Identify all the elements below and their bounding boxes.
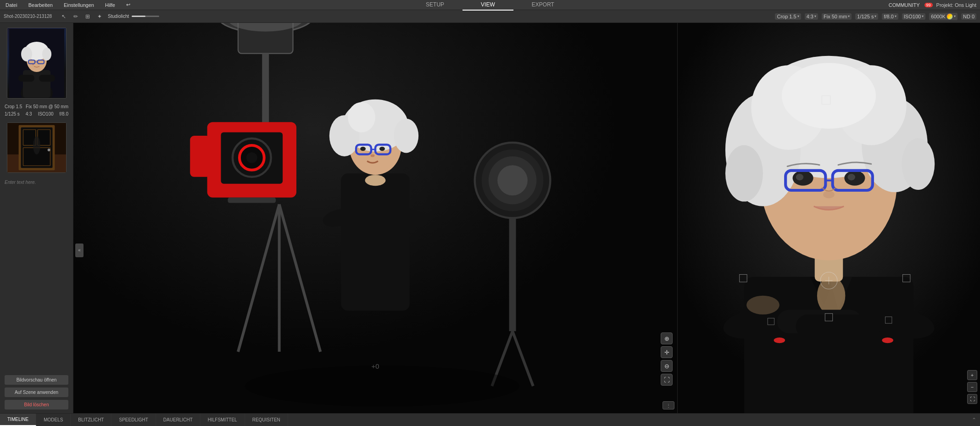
aperture-dropdown[interactable]: f/8.0 ▾ [882, 13, 898, 20]
svg-rect-3 [18, 75, 34, 82]
svg-rect-70 [796, 315, 881, 338]
nd-dropdown[interactable]: ND 0 [961, 13, 976, 20]
tab-setup[interactable]: SETUP [407, 0, 462, 11]
undo-button[interactable]: ↩ [124, 1, 132, 9]
main-thumbnail[interactable] [7, 28, 67, 99]
project-title: Projekt: Ons Light [936, 2, 976, 8]
left-buttons: Bildvorschau öffnen Auf Szene anwenden B… [0, 371, 73, 413]
grid-tool[interactable]: ⊞ [83, 12, 92, 21]
toolbar-left: Shot-20230210-213128 ↖ ✏ ⊞ ✦ Studiolicht [4, 12, 242, 21]
shot-name: Shot-20230210-213128 [4, 14, 52, 19]
collapse-left-button[interactable]: « [75, 243, 84, 257]
more-options-button[interactable]: ⋮ [663, 401, 674, 409]
svg-rect-53 [509, 194, 516, 331]
svg-rect-26 [262, 54, 269, 136]
svg-rect-29 [190, 136, 211, 177]
tab-requisiten[interactable]: REQUISITEN [245, 414, 288, 426]
move-control[interactable]: ✛ [661, 346, 673, 358]
svg-point-43 [342, 100, 408, 152]
svg-point-81 [902, 138, 935, 190]
ratio-dropdown[interactable]: 4:3 ▾ [805, 13, 818, 20]
svg-point-33 [246, 152, 257, 163]
svg-point-44 [329, 115, 360, 156]
svg-point-64 [817, 277, 846, 315]
menu-right: COMMUNITY 99 Projekt: Ons Light [889, 2, 976, 8]
tab-blitzlicht[interactable]: BLITZLICHT [71, 414, 111, 426]
timeline-expand-button[interactable]: ⌃ [968, 417, 980, 423]
text-placeholder[interactable]: Enter text here. [5, 180, 36, 185]
svg-point-52 [371, 154, 375, 157]
nd-label: ND 0 [963, 14, 974, 19]
tab-hilfsmittel[interactable]: HILFSMITTEL [200, 414, 245, 426]
auf-szene-button[interactable]: Auf Szene anwenden [5, 387, 68, 397]
photo-render-svg [678, 23, 980, 413]
svg-point-80 [725, 145, 763, 202]
lens-dropdown[interactable]: Fix 50 mm ▾ [822, 13, 852, 20]
select-tool[interactable]: ↖ [59, 12, 68, 21]
fit-control[interactable]: ⛶ [661, 374, 673, 386]
menu-hilfe[interactable]: Hilfe [103, 1, 117, 9]
kelvin-dropdown[interactable]: 6000K ▾ [929, 13, 958, 20]
zoom-control[interactable]: ⊖ [661, 360, 673, 372]
svg-point-67 [774, 337, 785, 343]
svg-point-60 [245, 365, 519, 407]
svg-point-57 [482, 149, 544, 211]
tab-export[interactable]: EXPORT [513, 0, 573, 11]
svg-point-21 [33, 136, 40, 154]
left-info: Crop 1.5 Fix 50 mm @ 50 mm 1/125 s 4:3 I… [0, 101, 73, 120]
menu-bearbeiten[interactable]: Bearbeiten [27, 1, 55, 9]
svg-point-8 [42, 48, 51, 61]
iso-info: ISO100 [38, 111, 54, 118]
svg-rect-30 [221, 133, 283, 184]
svg-point-7 [21, 47, 32, 61]
svg-rect-23 [73, 23, 677, 413]
shutter-dropdown[interactable]: 1/125 s ▾ [855, 13, 878, 20]
bild-loeschen-button[interactable]: Bild löschen [5, 400, 68, 409]
studio-licht-control: Studiolicht [108, 14, 159, 19]
tab-timeline[interactable]: TIMELINE [0, 414, 36, 426]
svg-point-59 [497, 165, 528, 195]
svg-point-51 [379, 147, 385, 151]
paint-tool[interactable]: ✏ [71, 12, 80, 21]
tab-models[interactable]: MODELS [36, 414, 71, 426]
tab-dauerlicht[interactable]: DAUERLICHT [156, 414, 200, 426]
fullscreen-button[interactable]: ⛶ [967, 394, 977, 404]
tab-speedlight[interactable]: SPEEDLIGHT [111, 414, 156, 426]
crop-dropdown[interactable]: Crop 1.5 ▾ [775, 13, 801, 20]
kelvin-label: 6000K [931, 14, 946, 19]
crop-chevron: ▾ [797, 14, 799, 18]
svg-rect-34 [228, 198, 276, 203]
svg-line-35 [238, 205, 279, 352]
menu-einstellungen[interactable]: Einstellungen [62, 1, 96, 9]
svg-point-31 [233, 138, 271, 177]
svg-point-50 [360, 147, 366, 151]
tab-view[interactable]: VIEW [462, 0, 513, 11]
toolbar-right: Crop 1.5 ▾ 4:3 ▾ Fix 50 mm ▾ 1/125 s ▾ f… [775, 13, 976, 20]
zoom-in-button[interactable]: + [967, 370, 977, 380]
thumbnail-image [7, 28, 66, 98]
scene-controls: ⊕ ✛ ⊖ ⛶ [661, 332, 673, 386]
zoom-out-button[interactable]: − [967, 382, 977, 392]
svg-point-12 [32, 64, 34, 65]
center-view[interactable]: +0 ⊕ ✛ ⊖ ⛶ « ⋮ [73, 23, 677, 413]
svg-point-39 [321, 206, 354, 230]
svg-point-68 [882, 337, 893, 343]
menu-datei[interactable]: Datei [4, 1, 19, 9]
svg-rect-25 [238, 23, 293, 54]
iso-chevron: ▾ [922, 14, 924, 18]
shutter-chevron: ▾ [874, 14, 876, 18]
community-label[interactable]: COMMUNITY [889, 2, 920, 8]
toolbar-tools: ↖ ✏ ⊞ ✦ [59, 12, 104, 21]
iso-label: ISO100 [904, 14, 921, 19]
door-thumbnail[interactable] [7, 122, 67, 173]
photo-preview: + − ⛶ [678, 23, 980, 413]
studio-licht-slider[interactable] [132, 16, 159, 17]
timeline-tabs: TIMELINE MODELS BLITZLICHT SPEEDLIGHT DA… [0, 414, 288, 426]
studio-scene: +0 ⊕ ✛ ⊖ ⛶ « ⋮ [73, 23, 677, 413]
bildvorschau-button[interactable]: Bildvorschau öffnen [5, 375, 68, 385]
iso-dropdown[interactable]: ISO100 ▾ [902, 13, 925, 20]
crop-label: Crop 1.5 [777, 14, 796, 19]
rotate-control[interactable]: ⊕ [661, 332, 673, 344]
lens-info: Fix 50 mm @ 50 mm [26, 103, 68, 111]
light-tool[interactable]: ✦ [95, 12, 104, 21]
